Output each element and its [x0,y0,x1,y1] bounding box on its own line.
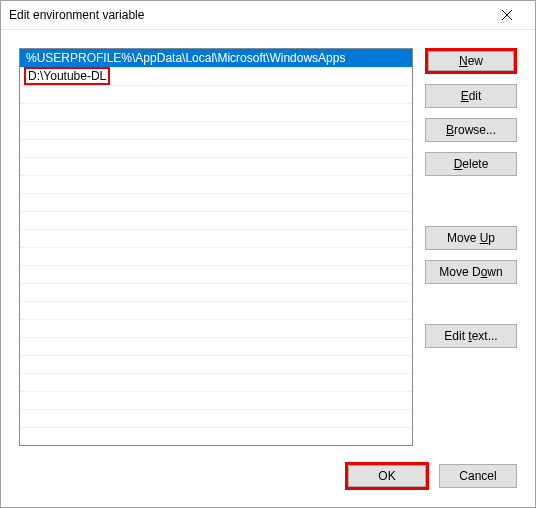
list-item-text: %USERPROFILE%\AppData\Local\Microsoft\Wi… [26,51,345,65]
client-area: %USERPROFILE%\AppData\Local\Microsoft\Wi… [1,30,535,508]
list-grid-lines [20,49,412,445]
edit-button[interactable]: Edit [425,84,517,108]
list-item[interactable]: D:\Youtube-DL [20,67,412,85]
edit-button-mnemonic: E [461,89,469,103]
new-button-label-rest: ew [468,54,483,68]
window-title: Edit environment variable [9,8,487,22]
titlebar: Edit environment variable [1,1,535,30]
move-down-label-pre: Move D [439,265,480,279]
move-up-button[interactable]: Move Up [425,226,517,250]
edit-text-label-post: ext... [472,329,498,343]
path-listbox[interactable]: %USERPROFILE%\AppData\Local\Microsoft\Wi… [19,48,413,446]
buttons-column: New Edit Browse... Delete Move Up Move D… [425,48,517,446]
move-up-label-pre: Move [447,231,480,245]
ok-button[interactable]: OK [348,465,426,487]
delete-button[interactable]: Delete [425,152,517,176]
move-down-label-post: wn [487,265,502,279]
edit-text-button[interactable]: Edit text... [425,324,517,348]
browse-button[interactable]: Browse... [425,118,517,142]
ok-button-highlight: OK [345,462,429,490]
browse-button-label-rest: rowse... [454,123,496,137]
bottom-button-row: OK Cancel [19,446,517,490]
close-button[interactable] [487,1,527,29]
browse-button-mnemonic: B [446,123,454,137]
edit-button-label-rest: dit [469,89,482,103]
new-button[interactable]: New [428,51,514,71]
new-button-mnemonic: N [459,54,468,68]
list-item[interactable]: %USERPROFILE%\AppData\Local\Microsoft\Wi… [20,49,412,67]
list-item-highlight: D:\Youtube-DL [24,67,110,85]
delete-button-mnemonic: D [454,157,463,171]
edit-text-label-pre: Edit [444,329,468,343]
list-item-text: D:\Youtube-DL [28,69,106,83]
cancel-button[interactable]: Cancel [439,464,517,488]
main-row: %USERPROFILE%\AppData\Local\Microsoft\Wi… [19,48,517,446]
delete-button-label-rest: elete [462,157,488,171]
move-down-button[interactable]: Move Down [425,260,517,284]
close-icon [502,10,512,20]
new-button-highlight: New [425,48,517,74]
dialog-window: Edit environment variable %USERPROFILE%\… [0,0,536,508]
move-up-label-post: p [488,231,495,245]
